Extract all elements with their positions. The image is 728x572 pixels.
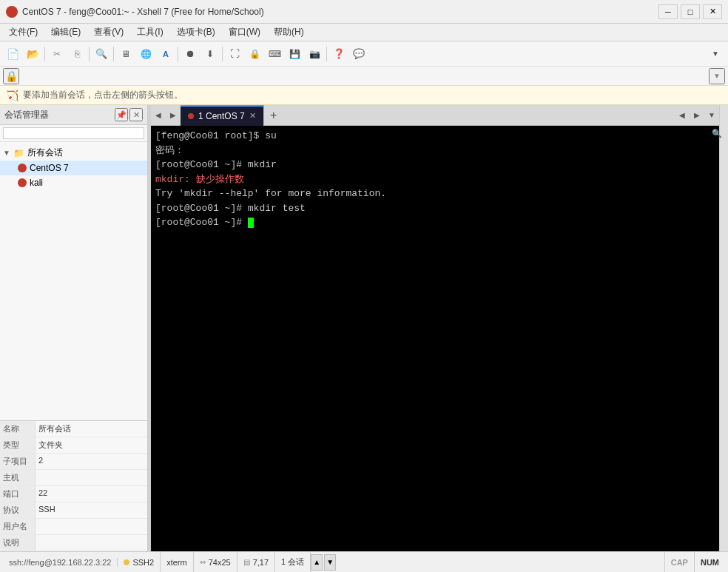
term-error-4: mkdir: 缺少操作数 [155,174,244,185]
tab-bar: ◀ ▶ 1 CentOS 7 ✕ + ◀ ▶ ▼ [151,105,719,126]
sidebar-header: 会话管理器 📌 ✕ [0,105,147,125]
right-scrollbar[interactable] [719,105,728,551]
tb-fullscreen[interactable]: ⛶ [225,44,244,64]
tb-download[interactable]: ⬇ [200,44,220,64]
term-prompt-1: [feng@Coo01 root]$ su [155,130,277,141]
terminal[interactable]: [feng@Coo01 root]$ su 密码： [root@Coo01 ~]… [151,126,719,551]
tb2-lock[interactable]: 🔒 [3,68,19,84]
tb2-dropdown[interactable]: ▼ [709,68,725,84]
info-label-protocol: 协议 [0,502,36,518]
tree-item-centos-label: CentOS 7 [30,163,69,173]
tb-sep6 [326,47,327,61]
status-num: NUM [694,552,725,572]
term-prompt-6: [root@Coo01 ~]# mkdir test [155,203,306,214]
info-label-desc: 说明 [0,535,36,551]
tab-next-button[interactable]: ▶ [166,105,181,126]
menu-file[interactable]: 文件(F) [3,24,44,40]
term-line-5: Try 'mkdir --help' for more information. [155,186,715,201]
menu-tools[interactable]: 工具(I) [131,24,169,40]
sidebar: 会话管理器 📌 ✕ 🔍 ▼ 📁 所有会话 CentOS 7 [0,105,148,551]
status-sessions-label: 1 会话 [281,556,304,568]
tb-new[interactable]: 📄 [3,44,22,64]
status-cap-label: CAP [671,558,688,567]
minimize-button[interactable]: ─ [658,4,678,19]
tb-help[interactable]: ❓ [329,44,348,64]
terminal-area: ◀ ▶ 1 CentOS 7 ✕ + ◀ ▶ ▼ [feng@Coo01 roo… [151,105,719,551]
tb-cut[interactable]: ✂ [47,44,67,64]
info-row-protocol: 协议 SSH [0,502,147,519]
term-text-2: 密码： [155,145,184,156]
menu-window[interactable]: 窗口(W) [223,24,266,40]
tb-lock[interactable]: 🔒 [245,44,264,64]
term-line-7: [root@Coo01 ~]# [155,215,715,230]
sidebar-pin-button[interactable]: 📌 [115,108,128,121]
tab-add-button[interactable]: + [264,106,283,125]
tab-session-dot [188,113,194,119]
tree-item-kali[interactable]: kali [0,175,147,190]
tb-record[interactable]: ⏺ [181,44,200,64]
tab-centos7[interactable]: 1 CentOS 7 ✕ [181,105,264,126]
status-ssh2-label: SSH2 [132,558,154,567]
status-cap: CAP [664,552,694,572]
tree-root-label: 所有会话 [27,147,63,159]
tb-find[interactable]: 🔍 [92,44,111,64]
term-line-6: [root@Coo01 ~]# mkdir test [155,201,715,216]
sidebar-search-input[interactable] [3,127,144,139]
term-line-2: 密码： [155,144,715,158]
status-right: CAP NUM [664,552,725,572]
menu-edit[interactable]: 编辑(E) [45,24,87,40]
tab-close-button[interactable]: ✕ [249,111,256,121]
tb-dropdown[interactable]: ▼ [706,44,725,64]
tb-font[interactable]: A [156,44,175,64]
menu-help[interactable]: 帮助(H) [268,24,310,40]
term-line-1: [feng@Coo01 root]$ su [155,129,715,144]
app-icon [6,6,18,18]
tb-chat[interactable]: 💬 [349,44,368,64]
tb-open[interactable]: 📂 [23,44,42,64]
info-value-type: 文件夹 [36,437,147,453]
tab-menu-button[interactable]: ▼ [704,105,719,126]
info-value-username [36,519,147,534]
menu-view[interactable]: 查看(V) [88,24,129,40]
title-bar: CentOS 7 - feng@Coo01:~ - Xshell 7 (Free… [0,0,728,24]
status-scroll-up[interactable]: ▲ [311,554,323,571]
maximize-button[interactable]: □ [681,4,700,19]
status-position: ▤ 7,17 [237,552,275,572]
status-scroll-down[interactable]: ▼ [324,554,336,571]
status-pos-icon: ▤ [243,558,250,566]
term-text-5: Try 'mkdir --help' for more information. [155,188,386,199]
info-label-name: 名称 [0,421,36,437]
sidebar-title: 会话管理器 [4,109,49,121]
tab-right-next[interactable]: ▶ [690,105,704,126]
tab-prev-button[interactable]: ◀ [151,105,166,126]
sidebar-header-buttons: 📌 ✕ [115,108,143,121]
info-row-host: 主机 [0,470,147,486]
tab-right-prev[interactable]: ◀ [675,105,690,126]
tb-keyboard[interactable]: ⌨ [265,44,284,64]
term-cursor [248,218,254,228]
tb-save[interactable]: 💾 [285,44,304,64]
tb-copy[interactable]: ⎘ [67,44,87,64]
info-row-username: 用户名 [0,519,147,535]
menu-tab[interactable]: 选项卡(B) [171,24,221,40]
session-dot-kali [18,178,27,187]
info-label-children: 子项目 [0,454,36,469]
info-value-children: 2 [36,454,147,469]
status-ssh2-dot [124,559,129,565]
sidebar-close-button[interactable]: ✕ [129,108,143,121]
status-size-icon: ⇔ [200,558,206,566]
sidebar-search: 🔍 [0,125,147,142]
tb-screen[interactable]: 🖥 [116,44,135,64]
tb-screenshot[interactable]: 📷 [305,44,324,64]
tb-network[interactable]: 🌐 [136,44,155,64]
main-area: 会话管理器 📌 ✕ 🔍 ▼ 📁 所有会话 CentOS 7 [0,105,728,551]
close-button[interactable]: ✕ [703,4,722,19]
info-label-username: 用户名 [0,519,36,534]
info-row-port: 端口 22 [0,486,147,502]
tree-item-centos[interactable]: CentOS 7 [0,161,147,175]
info-row-desc: 说明 [0,535,147,551]
tree-root-item[interactable]: ▼ 📁 所有会话 [0,145,147,161]
term-line-3: [root@Coo01 ~]# mkdir [155,158,715,172]
window-controls: ─ □ ✕ [658,4,722,19]
info-label-port: 端口 [0,486,36,502]
